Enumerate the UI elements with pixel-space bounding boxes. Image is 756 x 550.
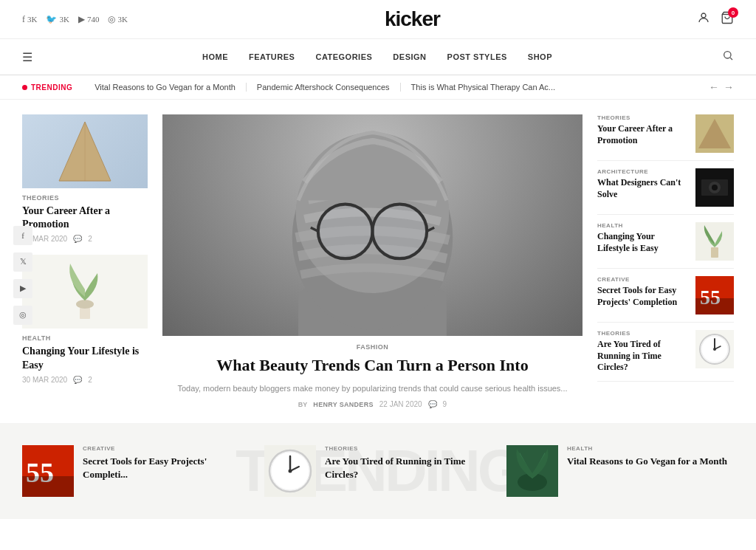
right-card-0-title[interactable]: Your Career After a Promotion: [597, 123, 688, 146]
nav-design[interactable]: DESIGN: [382, 41, 436, 73]
hero-title[interactable]: What Beauty Trends Can Turn a Person Int…: [162, 355, 583, 377]
svg-rect-33: [695, 298, 734, 314]
social-links: f 3K 🐦 3K ▶ 740 ◎ 3K: [22, 14, 128, 25]
bottom-card-2-title[interactable]: Vital Reasons to Go Vegan for a Month: [567, 455, 727, 468]
trending-item-2[interactable]: This is What Physical Therapy Can Ac...: [400, 83, 566, 92]
right-card-4-thumb[interactable]: [695, 330, 734, 368]
right-card-1-title[interactable]: What Designers Can't Solve: [597, 177, 688, 200]
bottom-card-2-category: HEALTH: [567, 445, 727, 452]
instagram-count: 3K: [117, 15, 127, 24]
bottom-card-1-category: THEORIES: [325, 445, 492, 452]
bottom-card-0-text: CREATIVE Secret Tools for Easy Projects'…: [83, 445, 250, 481]
hero-image[interactable]: [162, 114, 583, 336]
user-icon[interactable]: [697, 11, 710, 27]
right-card-3-category: CREATIVE: [597, 276, 688, 283]
header-icons: 0: [697, 11, 734, 27]
bottom-card-1-text: THEORIES Are You Tired of Running in Tim…: [325, 445, 492, 481]
trending-item-0[interactable]: Vital Reasons to Go Vegan for a Month: [84, 83, 246, 92]
right-card-1: ARCHITECTURE What Designers Can't Solve: [597, 161, 734, 215]
nav-shop[interactable]: SHOP: [518, 41, 563, 73]
trending-bar: TRENDING Vital Reasons to Go Vegan for a…: [0, 75, 756, 100]
left-card-0: THEORIES Your Career After a Promotion 3…: [22, 114, 148, 243]
facebook-count: 3K: [27, 15, 37, 24]
nav-home[interactable]: HOME: [192, 41, 238, 73]
bottom-card-2-text: HEALTH Vital Reasons to Go Vegan for a M…: [567, 445, 727, 468]
bottom-card-2-thumb[interactable]: [506, 445, 558, 497]
bottom-card-0-thumb[interactable]: 55: [22, 445, 74, 497]
hero-author[interactable]: HENRY SANDERS: [313, 401, 373, 408]
trending-next[interactable]: →: [724, 81, 734, 93]
sidebar-twitter[interactable]: 𝕏: [13, 252, 32, 272]
left-card-1-comments: 2: [88, 376, 92, 384]
hero-category: FASHION: [162, 343, 583, 351]
left-card-1-meta: 30 MAR 2020 💬 2: [22, 376, 148, 384]
bottom-card-2: HEALTH Vital Reasons to Go Vegan for a M…: [506, 445, 734, 497]
cart-icon[interactable]: 0: [721, 11, 734, 27]
bottom-cards: 55 CREATIVE Secret Tools for Easy Projec…: [22, 445, 734, 497]
sidebar-facebook[interactable]: f: [13, 226, 32, 245]
center-column: FASHION What Beauty Trends Can Turn a Pe…: [162, 114, 583, 408]
hamburger-menu[interactable]: ☰: [22, 40, 32, 75]
nav-bar: ☰ HOME FEATURES CATEGORIES DESIGN POST S…: [0, 39, 756, 75]
right-card-0-text: THEORIES Your Career After a Promotion: [597, 114, 688, 146]
left-card-0-category: THEORIES: [22, 194, 148, 202]
trending-label: TRENDING: [22, 83, 72, 92]
left-card-1-category: HEALTH: [22, 334, 148, 342]
bottom-card-1-title[interactable]: Are You Tired of Running in Time Circles…: [325, 455, 492, 481]
right-card-4-title[interactable]: Are You Tired of Running in Time Circles…: [597, 339, 688, 374]
bottom-section: TRENDING 55 CREATIVE Secret Tools for Ea…: [0, 423, 756, 519]
facebook-icon: f: [22, 14, 25, 25]
right-card-0-category: THEORIES: [597, 114, 688, 121]
right-card-2-category: HEALTH: [597, 222, 688, 229]
trending-arrows: ← →: [709, 81, 734, 93]
left-column: THEORIES Your Career After a Promotion 3…: [22, 114, 148, 408]
instagram-social[interactable]: ◎ 3K: [108, 14, 127, 25]
sidebar-youtube[interactable]: ▶: [13, 279, 32, 298]
left-card-0-image[interactable]: [22, 114, 148, 188]
hero-comments: 9: [443, 400, 447, 408]
right-card-2-title[interactable]: Changing Your Lifestyle is Easy: [597, 231, 688, 254]
nav-categories[interactable]: CATEGORIES: [305, 41, 382, 73]
right-card-2-thumb[interactable]: [695, 222, 734, 261]
trending-item-1[interactable]: Pandemic Aftershock Consequences: [246, 83, 400, 92]
left-card-0-title[interactable]: Your Career After a Promotion: [22, 204, 148, 231]
sidebar-instagram[interactable]: ◎: [13, 306, 32, 325]
nav-links: HOME FEATURES CATEGORIES DESIGN POST STY…: [192, 41, 563, 73]
left-card-1-comment-icon: 💬: [73, 376, 82, 384]
svg-point-39: [713, 348, 716, 351]
left-card-1-title[interactable]: Changing Your Lifestyle is Easy: [22, 345, 148, 371]
hero-by-label: BY: [298, 401, 308, 408]
cart-badge: 0: [728, 7, 738, 18]
right-card-3-text: CREATIVE Secret Tools for Easy Projects'…: [597, 276, 688, 308]
twitter-social[interactable]: 🐦 3K: [46, 14, 69, 25]
left-card-0-comment-icon: 💬: [73, 235, 82, 243]
trending-prev[interactable]: ←: [709, 81, 719, 93]
nav-features[interactable]: FEATURES: [238, 41, 305, 73]
bottom-card-0-title[interactable]: Secret Tools for Easy Projects' Completi…: [83, 455, 250, 481]
right-card-1-thumb[interactable]: [695, 168, 734, 207]
svg-line-3: [730, 58, 732, 60]
svg-point-21: [320, 205, 371, 257]
svg-point-48: [289, 470, 292, 473]
youtube-social[interactable]: ▶ 740: [78, 14, 100, 25]
search-icon[interactable]: [722, 39, 734, 75]
right-card-3-title[interactable]: Secret Tools for Easy Projects' Completi…: [597, 285, 688, 308]
svg-point-28: [712, 185, 718, 190]
right-card-2-text: HEALTH Changing Your Lifestyle is Easy: [597, 222, 688, 254]
svg-point-9: [76, 300, 94, 309]
youtube-count: 740: [87, 15, 100, 24]
bottom-card-0: 55 CREATIVE Secret Tools for Easy Projec…: [22, 445, 250, 497]
nav-post-styles[interactable]: POST STYLES: [437, 41, 518, 73]
svg-point-0: [701, 13, 706, 18]
right-card-3-thumb[interactable]: 55: [695, 276, 734, 314]
right-card-1-category: ARCHITECTURE: [597, 168, 688, 175]
right-card-0-thumb[interactable]: [695, 114, 734, 153]
facebook-social[interactable]: f 3K: [22, 14, 37, 25]
left-card-0-comments: 2: [88, 235, 92, 243]
bottom-card-1-thumb[interactable]: [264, 445, 316, 497]
left-card-1: HEALTH Changing Your Lifestyle is Easy 3…: [22, 255, 148, 383]
site-logo[interactable]: kicker: [385, 7, 440, 31]
left-card-1-image[interactable]: [22, 255, 148, 329]
bottom-card-1: THEORIES Are You Tired of Running in Tim…: [264, 445, 492, 497]
svg-point-2: [724, 52, 731, 58]
